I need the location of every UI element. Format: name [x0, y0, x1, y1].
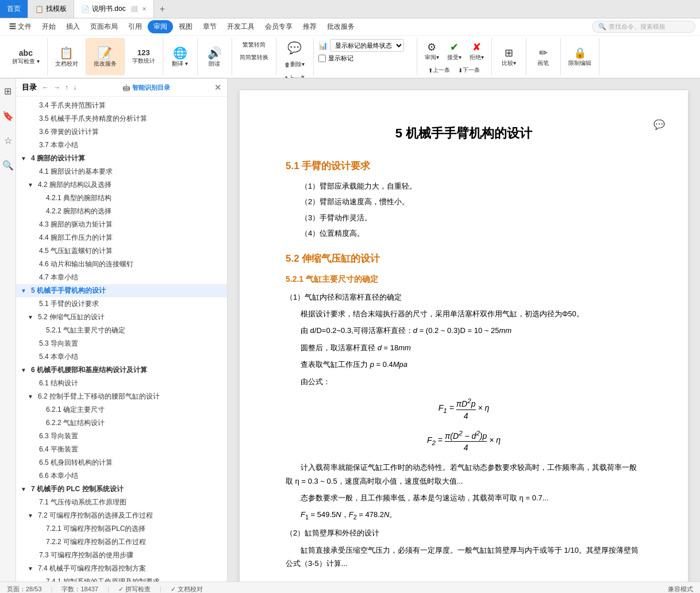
toc-item-6.2[interactable]: ▼6.2 控制手臂上下移动的腰部气缸的设计	[16, 390, 227, 403]
toc-item-7.2.2[interactable]: 7.2.2 可编程序控制器的工作过程	[16, 535, 227, 549]
btn-spellcheck[interactable]: abc 拼写检查 ▾	[9, 47, 43, 67]
toc-item-4.4[interactable]: 4.4 腕部工作压力的计算	[16, 231, 227, 244]
tab-document[interactable]: 📄 说明书.doc ⬜ ✕	[74, 0, 154, 18]
btn-wordcount[interactable]: 123 字数统计	[129, 47, 158, 67]
toc-item-3.7[interactable]: 3.7 本章小结	[16, 139, 227, 152]
toc-toggle-5[interactable]: ▼	[21, 288, 26, 294]
menu-start[interactable]: 开始	[37, 20, 60, 33]
menu-review[interactable]: 审阅	[148, 20, 173, 33]
menu-layout[interactable]: 页面布局	[86, 20, 122, 33]
toc-item-3.4[interactable]: 3.4 手爪夹持范围计算	[16, 99, 227, 112]
toc-item-6[interactable]: ▼6 机械手机腰部和基座结构设计及计算	[16, 364, 227, 377]
sidebar-icon-bookmark[interactable]: 🔖	[0, 108, 16, 124]
toc-toggle-7.4[interactable]: ▼	[28, 565, 33, 572]
btn-simplified[interactable]: 简 简繁转换	[237, 52, 271, 63]
toc-nav-down[interactable]: ↓	[71, 83, 78, 92]
menu-recommend[interactable]: 推荐	[298, 20, 321, 33]
sidebar-icon-search[interactable]: 🔍	[0, 158, 16, 173]
toc-item-5.3[interactable]: 5.3 导向装置	[16, 337, 227, 350]
menu-dev[interactable]: 开发工具	[222, 20, 259, 33]
toc-item-5[interactable]: ▼5 机械手手臂机构的设计	[16, 284, 227, 297]
menu-view[interactable]: 视图	[174, 20, 197, 33]
toc-close-btn[interactable]: ✕	[214, 83, 221, 92]
menu-ref[interactable]: 引用	[124, 20, 147, 33]
toc-item-7[interactable]: ▼7 机械手的 PLC 控制系统设计	[16, 483, 227, 496]
toc-item-4.2[interactable]: ▼4.2 腕部的结构以及选择	[16, 178, 227, 192]
toc-smart-btn[interactable]: 🤖 智能识别目录	[122, 83, 170, 92]
doc-tab-close-x[interactable]: ✕	[142, 6, 147, 12]
btn-doccheck[interactable]: 📋 文档校对	[52, 44, 81, 70]
menu-proofread[interactable]: 批改服务	[322, 20, 359, 33]
toc-item-6.3[interactable]: 6.3 导向装置	[16, 430, 227, 443]
btn-prev-comment[interactable]: ⬆上一条	[281, 72, 309, 78]
tab-add-button[interactable]: +	[154, 0, 171, 18]
btn-prev-change[interactable]: ⬆上一条	[425, 64, 453, 76]
toc-item-4.2.2[interactable]: 4.2.2 腕部结构的选择	[16, 205, 227, 218]
search-bar[interactable]: 🔍 查找命令、搜索模板	[592, 21, 695, 33]
status-doccheck[interactable]: ✓ 文档校对	[171, 585, 203, 594]
toc-nav-right[interactable]: →	[52, 83, 62, 92]
toc-nav-left[interactable]: ←	[40, 83, 51, 92]
btn-insertcomment[interactable]: 💬	[284, 39, 305, 56]
tab-template[interactable]: 📋 找模板	[28, 0, 74, 18]
show-markup-checkbox[interactable]	[318, 55, 326, 62]
btn-next-change[interactable]: ⬇下一条	[455, 64, 483, 76]
toc-toggle-4.2[interactable]: ▼	[28, 182, 33, 188]
comment-bubble-icon[interactable]: 💬	[653, 119, 665, 130]
menu-chapter[interactable]: 章节	[198, 20, 221, 33]
btn-compare[interactable]: ⊞ 比较▾	[499, 45, 519, 69]
toc-toggle-4[interactable]: ▼	[21, 155, 26, 162]
toc-toggle-7.2[interactable]: ▼	[28, 512, 33, 519]
toc-item-4.6[interactable]: 4.6 动片和输出轴间的连接螺钉	[16, 258, 227, 271]
toc-item-3.5[interactable]: 3.5 机械手手爪夹持精度的分析计算	[16, 112, 227, 125]
toc-item-6.1[interactable]: 6.1 结构设计	[16, 377, 227, 390]
menu-insert[interactable]: 插入	[61, 20, 84, 33]
toc-item-4.7[interactable]: 4.7 本章小结	[16, 271, 227, 284]
btn-read[interactable]: 🔊 朗读	[205, 44, 225, 70]
sidebar-icon-star[interactable]: ☆	[2, 133, 14, 148]
toc-item-7.2[interactable]: ▼7.2 可编程序控制器的选择及工作过程	[16, 509, 227, 522]
btn-restrict[interactable]: 🔒 限制编辑	[566, 45, 594, 69]
toc-toggle-7[interactable]: ▼	[21, 486, 26, 492]
toc-item-4.5[interactable]: 4.5 气压缸盖螺钉的计算	[16, 244, 227, 258]
toc-toggle-6[interactable]: ▼	[21, 367, 26, 373]
toc-item-7.3[interactable]: 7.3 可编程序控制器的使用步骤	[16, 549, 227, 562]
toc-item-4.2.1[interactable]: 4.2.1 典型的腕部结构	[16, 192, 227, 205]
btn-drawing[interactable]: ✏ 画笔	[534, 45, 552, 69]
doc-area[interactable]: 💬 5 机械手手臂机构的设计 5.1 手臂的设计要求 （1）臂部应承载能力大，自…	[228, 79, 700, 581]
status-wordcount[interactable]: 字数：18437	[61, 585, 98, 594]
menu-vip[interactable]: 会员专享	[260, 20, 297, 33]
toc-item-6.4[interactable]: 6.4 平衡装置	[16, 443, 227, 456]
status-pages[interactable]: 页面：28/53	[7, 585, 42, 594]
tab-home[interactable]: 首页	[0, 0, 28, 18]
toc-item-7.2.1[interactable]: 7.2.1 可编程序控制器PLC的选择	[16, 522, 227, 535]
toc-item-4.3[interactable]: 4.3 腕部的驱动力矩计算	[16, 218, 227, 231]
sidebar-icon-home[interactable]: ⊞	[2, 83, 14, 99]
toc-toggle-5.2[interactable]: ▼	[28, 314, 33, 320]
btn-traditional[interactable]: 繁 繁转简	[240, 39, 268, 51]
toc-item-5.2.1[interactable]: 5.2.1 气缸主要尺寸的确定	[16, 324, 227, 337]
toc-item-5.1[interactable]: 5.1 手臂的设计要求	[16, 297, 227, 311]
toc-nav-up[interactable]: ↑	[63, 83, 70, 92]
toc-item-4.1[interactable]: 4.1 腕部设计的基本要求	[16, 165, 227, 178]
toc-toggle-6.2[interactable]: ▼	[28, 393, 33, 400]
btn-translate[interactable]: 🌐 翻译 ▾	[169, 44, 191, 70]
toc-item-7.4.1[interactable]: 7.4.1 控制系统的工作原理及控制要求	[16, 575, 227, 581]
btn-accept[interactable]: ✔ 接受▾	[444, 39, 464, 63]
btn-reject[interactable]: ✘ 拒绝▾	[467, 39, 487, 63]
toc-item-6.2.1[interactable]: 6.2.1 确定主要尺寸	[16, 403, 227, 416]
track-state-select[interactable]: 显示标记的最终状态 原始状态 所有标记 无标记	[330, 39, 404, 52]
toc-item-6.2.2[interactable]: 6.2.2 气缸结构设计	[16, 416, 227, 430]
doc-tab-close[interactable]: ⬜	[130, 6, 137, 12]
toc-item-5.4[interactable]: 5.4 本章小结	[16, 350, 227, 364]
toc-item-3.6[interactable]: 3.6 弹簧的设计计算	[16, 125, 227, 139]
btn-trackchanges[interactable]: 📝 批改服务	[91, 44, 120, 70]
toc-item-7.4[interactable]: ▼7.4 机械手可编程序控制器控制方案	[16, 562, 227, 575]
menu-file[interactable]: ☰ 文件	[5, 20, 36, 33]
toc-item-5.2[interactable]: ▼5.2 伸缩气压缸的设计	[16, 311, 227, 324]
btn-deletecomment[interactable]: 🗑删除▾	[282, 59, 307, 70]
status-spellcheck[interactable]: ✓ 拼写检查	[118, 585, 151, 594]
toc-item-7.1[interactable]: 7.1 气压传动系统工作原理图	[16, 496, 227, 509]
toc-item-4[interactable]: ▼4 腕部的设计计算	[16, 152, 227, 165]
btn-review-menu[interactable]: ⚙ 审阅▾	[422, 39, 442, 63]
